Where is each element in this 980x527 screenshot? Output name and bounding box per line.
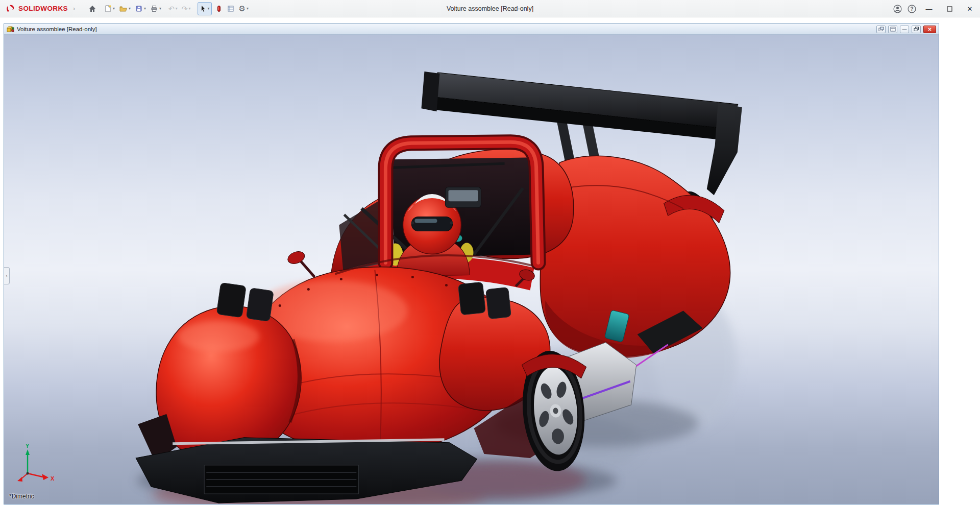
tile-window-icon xyxy=(890,27,896,32)
options-button[interactable]: ⚙ ▾ xyxy=(237,2,251,15)
restore-icon xyxy=(914,27,919,32)
redo-dropdown-caret[interactable]: ▾ xyxy=(189,6,191,11)
svg-text:?: ? xyxy=(910,6,913,12)
panel-collapse-tab[interactable]: ‹ xyxy=(4,267,10,284)
undo-button[interactable]: ↶ ▾ xyxy=(166,2,180,15)
solidworks-app: SOLIDWORKS › ▾ xyxy=(0,0,980,527)
minimize-button[interactable]: — xyxy=(919,0,939,17)
document-close-button[interactable]: ✕ xyxy=(923,26,936,33)
maximize-button[interactable] xyxy=(939,0,960,17)
red-capsule-icon xyxy=(215,5,223,13)
print-icon xyxy=(150,5,158,13)
redo-button[interactable]: ↷ ▾ xyxy=(180,2,193,15)
car-model-scene: Y X xyxy=(4,35,939,504)
open-button[interactable]: ▾ xyxy=(117,2,133,15)
ds-logo-icon xyxy=(5,4,16,13)
select-tool-button[interactable]: ▾ xyxy=(198,2,212,15)
triad-y-label: Y xyxy=(26,443,30,449)
new-dropdown-caret[interactable]: ▾ xyxy=(113,6,115,11)
help-button[interactable]: ? xyxy=(904,0,919,17)
document-titlebar[interactable]: Voiture assomblee [Read-only] — xyxy=(4,24,939,35)
select-dropdown-caret[interactable]: ▾ xyxy=(208,6,210,11)
document-window: Voiture assomblee [Read-only] — xyxy=(4,23,939,505)
brand-name: SOLIDWORKS xyxy=(18,5,68,12)
undo-icon: ↶ xyxy=(168,5,175,12)
rearview-mirror xyxy=(445,187,481,207)
save-dropdown-caret[interactable]: ▾ xyxy=(144,6,146,11)
open-folder-icon xyxy=(119,5,128,13)
save-icon xyxy=(135,5,143,13)
sheet-icon xyxy=(227,5,235,13)
undo-dropdown-caret[interactable]: ▾ xyxy=(176,6,178,11)
account-button[interactable] xyxy=(890,0,904,17)
left-mirror xyxy=(286,249,315,277)
sheet-button[interactable] xyxy=(225,2,237,15)
arrange-window-icon xyxy=(878,27,884,32)
view-orientation-label: *Dimetric xyxy=(9,493,34,500)
redo-icon: ↷ xyxy=(182,5,188,12)
document-window-controls: — ✕ xyxy=(876,26,936,33)
account-icon xyxy=(893,5,902,13)
print-button[interactable]: ▾ xyxy=(148,2,163,15)
save-button[interactable]: ▾ xyxy=(133,2,148,15)
graphics-viewport[interactable]: Y X ‹ *Dimetric xyxy=(4,35,939,504)
maximize-icon xyxy=(947,6,952,12)
window-arrange-button-2[interactable] xyxy=(888,26,897,33)
triad-x-label: X xyxy=(51,475,55,482)
close-button[interactable]: ✕ xyxy=(960,0,980,17)
options-dropdown-caret[interactable]: ▾ xyxy=(247,6,249,11)
main-toolbar: ▾ ▾ ▾ xyxy=(86,2,251,15)
home-button[interactable] xyxy=(86,2,99,15)
new-document-button[interactable]: ▾ xyxy=(102,2,117,15)
document-minimize-button[interactable]: — xyxy=(900,26,909,33)
appearance-button[interactable] xyxy=(213,2,225,15)
orientation-triad[interactable]: Y X xyxy=(17,443,55,482)
solidworks-logo: SOLIDWORKS xyxy=(5,4,68,13)
app-titlebar: SOLIDWORKS › ▾ xyxy=(0,0,980,17)
titlebar-right-cluster: ? — ✕ xyxy=(890,0,980,17)
window-arrange-button-1[interactable] xyxy=(876,26,886,33)
breadcrumb-chevron[interactable]: › xyxy=(73,5,75,12)
home-icon xyxy=(88,5,96,13)
print-dropdown-caret[interactable]: ▾ xyxy=(159,6,161,11)
document-title: Voiture assomblee [Read-only] xyxy=(17,26,97,32)
app-window-title: Voiture assomblee [Read-only] xyxy=(447,0,533,17)
select-arrow-icon xyxy=(200,5,207,13)
gear-icon: ⚙ xyxy=(239,5,246,12)
document-restore-button[interactable] xyxy=(912,26,921,33)
assembly-icon xyxy=(7,26,14,33)
new-document-icon xyxy=(104,5,112,13)
help-icon: ? xyxy=(908,5,916,13)
open-dropdown-caret[interactable]: ▾ xyxy=(129,6,131,11)
